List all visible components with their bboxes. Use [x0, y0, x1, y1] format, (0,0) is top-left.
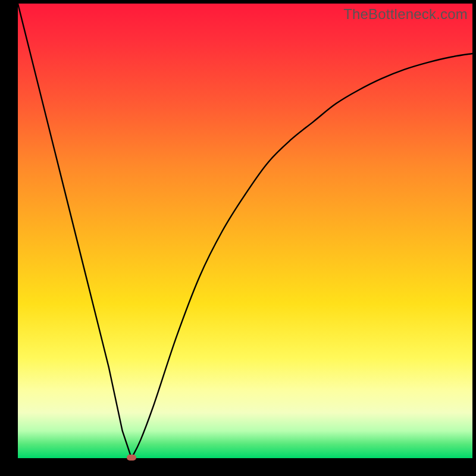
- plot-area: TheBottleneck.com: [18, 4, 472, 458]
- bottleneck-curve: [18, 4, 472, 458]
- curve-path: [18, 4, 472, 458]
- valley-marker: [127, 455, 136, 461]
- chart-frame: TheBottleneck.com: [0, 0, 476, 476]
